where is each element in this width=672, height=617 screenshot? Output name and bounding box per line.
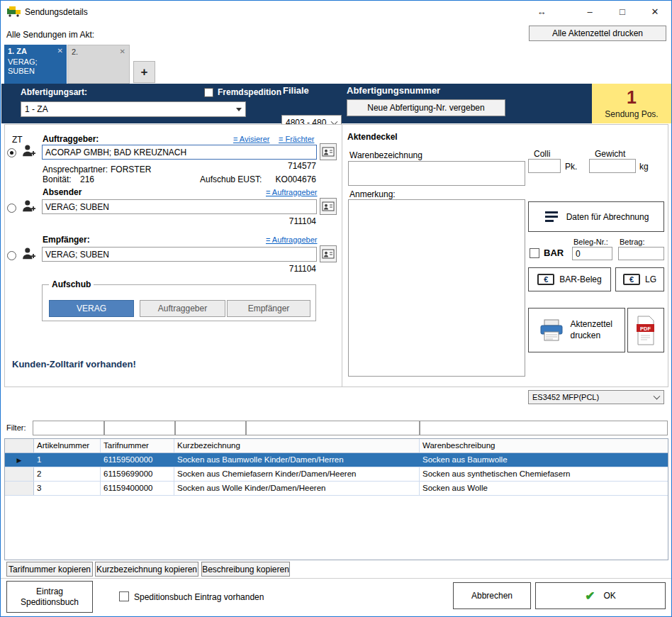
absender-label: Absender [43,187,82,197]
aktendeckel-title: Aktendeckel [347,132,398,142]
tab-shipment-1[interactable]: 1. ZA ✕ VERAG; SUBEN [4,45,67,84]
close-button[interactable]: ✕ [639,1,671,22]
empfaenger-auftraggeber-link[interactable]: = Auftraggeber [266,235,317,244]
filter-input-3[interactable] [175,421,246,435]
resize-window-icon[interactable]: ↔ [531,1,552,22]
printer-select[interactable]: ES3452 MFP(PCL) [528,390,664,404]
cell-artikelnummer: 3 [34,482,101,495]
bar-checkbox[interactable] [530,248,539,258]
absender-radio[interactable] [7,204,16,213]
auftraggeber-input[interactable] [42,145,317,160]
row-selector-cell [5,482,34,495]
add-person-icon[interactable] [21,143,37,160]
cell-artikelnummer: 2 [34,467,101,481]
maximize-button[interactable]: □ [606,1,639,22]
neue-abfertigungsnummer-label: Neue Abfertigung-Nr. vergeben [367,103,484,113]
table-row[interactable]: 3 61159400000 Socken aus Wolle Kinder/Da… [5,482,668,496]
auftraggeber-number: 714577 [245,161,316,171]
absender-contact-button[interactable] [320,198,337,215]
lg-button[interactable]: € LG [615,267,664,291]
print-all-aktenzettel-button[interactable]: Alle Aktenzettel drucken [529,26,666,41]
copy-kurzbezeichnung-button[interactable]: Kurzbezeichnung kopieren [95,562,198,577]
printer-icon [538,318,565,343]
aufschub-empfaenger-button[interactable]: Empfänger [227,300,310,317]
table-row[interactable]: 2 61159699000 Socken aus Chemiefasern Ki… [5,467,668,482]
empfaenger-input[interactable] [42,247,317,262]
colli-input[interactable] [528,159,561,173]
gewicht-input[interactable] [589,159,636,173]
column-header-artikelnummer[interactable]: Artikelnummer [34,439,101,452]
euro-note-icon: € [623,274,640,285]
fremdspedition-label: Fremdspedition [218,87,281,97]
tab-shipment-2[interactable]: 2. ✕ [67,45,130,84]
cell-kurzbezeichnung: Socken aus Wolle Kinder/Damen/Heeren [174,482,420,495]
absender-number: 711104 [245,216,316,226]
add-shipment-tab-button[interactable]: + [133,61,155,83]
contact-card-icon [322,201,335,212]
checkmark-icon: ✔ [585,590,595,602]
eintrag-speditionsbuch-button[interactable]: Eintrag Speditionsbuch [6,581,93,613]
neue-abfertigungsnummer-button[interactable]: Neue Abfertigung-Nr. vergeben [347,99,505,116]
abfertigungsart-select[interactable]: 1 - ZA [21,101,246,117]
sendung-pos-indicator: 1 Sendung Pos. [592,84,671,123]
filter-input-2[interactable] [104,421,175,435]
contact-card-icon [322,146,335,157]
column-header-tarifnummer[interactable]: Tarifnummer [101,439,174,452]
filter-input-5[interactable] [420,421,668,435]
add-person-icon[interactable] [21,245,37,263]
filter-input-1[interactable] [33,421,104,435]
abbrechen-button[interactable]: Abbrechen [453,582,531,609]
fremdspedition-checkbox[interactable] [204,88,213,97]
cell-artikelnummer: 1 [34,453,101,467]
app-icon [7,6,21,19]
contact-card-icon [322,248,335,260]
chevron-down-icon [654,393,661,400]
speditionsbuch-checkbox[interactable] [119,591,129,601]
beleg-nr-input[interactable] [572,247,612,260]
avisierer-link[interactable]: = Avisierer [233,135,269,143]
copy-beschreibung-button[interactable]: Beschreibung kopieren [201,562,290,577]
daten-abrechnung-button[interactable]: Daten für Abrechnung [528,201,664,232]
row-selector-header [5,439,34,452]
absender-input[interactable] [42,199,317,214]
zolltarif-note: Kunden-Zolltarif vorhanden! [12,359,136,369]
ansprechpartner-value: FORSTER [111,165,151,174]
copy-tarifnummer-button[interactable]: Tarifnummer kopieren [6,562,93,577]
titlebar [1,1,671,22]
auftraggeber-radio[interactable] [7,148,16,157]
ok-button[interactable]: ✔ OK [535,582,666,609]
cell-tarifnummer: 61159500000 [101,453,174,467]
column-header-warenbeschreibung[interactable]: Warenbeschreibung [420,439,668,452]
aktenzettel-drucken-button[interactable]: Aktenzettel drucken [528,308,625,352]
empfaenger-number: 711104 [245,264,316,274]
filiale-label: Filiale [283,85,309,96]
aufschub-eust-label: Aufschub EUST: [200,174,262,184]
auftraggeber-contact-button[interactable] [320,143,337,160]
pk-label: Pk. [565,162,577,172]
minimize-button[interactable]: – [573,1,606,22]
panel-divider [342,124,342,387]
window-title: Sendungsdetails [25,7,88,17]
add-person-icon[interactable] [21,198,37,216]
betrag-input[interactable] [618,247,664,260]
column-header-kurzbezeichnung[interactable]: Kurzbezeichnung [174,439,420,452]
filter-input-4[interactable] [246,421,420,435]
anmerkung-textarea[interactable] [348,199,525,377]
tab1-close-icon[interactable]: ✕ [57,47,63,55]
fraechter-link[interactable]: = Frächter [279,135,314,143]
warenbezeichnung-input[interactable] [348,161,525,186]
colli-label: Colli [534,149,550,159]
speditionsbuch-checkbox-label: Speditionsbuch Eintrag vorhanden [134,592,264,602]
bonitaet-label: Bonität: [43,174,72,184]
aufschub-verag-button[interactable]: VERAG [49,300,134,317]
cell-kurzbezeichnung: Socken aus Baumwolle Kinder/Damen/Herren [174,453,420,467]
printer-select-value: ES3452 MFP(PCL) [532,393,599,401]
empfaenger-contact-button[interactable] [320,245,337,262]
absender-auftraggeber-link[interactable]: = Auftraggeber [266,188,317,196]
tab2-close-icon[interactable]: ✕ [120,48,125,55]
empfaenger-radio[interactable] [7,251,16,260]
bar-beleg-button[interactable]: € BAR-Beleg [528,267,611,291]
pdf-button[interactable]: PDF [627,308,664,352]
aufschub-auftraggeber-button[interactable]: Auftraggeber [140,300,225,317]
table-row[interactable]: ▶ 1 61159500000 Socken aus Baumwolle Kin… [5,453,668,467]
